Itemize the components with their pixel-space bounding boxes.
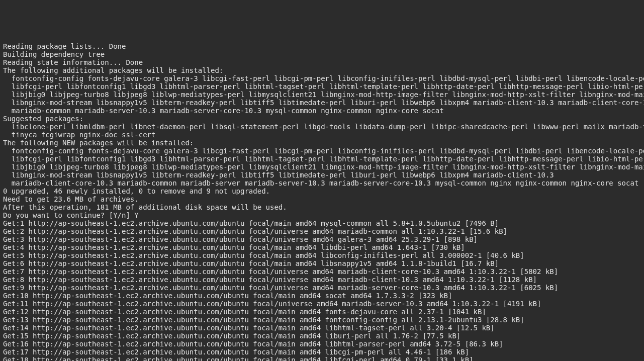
terminal-line: Get:10 http://ap-southeast-1.ec2.archive… xyxy=(3,292,641,300)
terminal-line: fontconfig-config fonts-dejavu-core gale… xyxy=(3,74,641,82)
terminal-line: Get:5 http://ap-southeast-1.ec2.archive.… xyxy=(3,251,641,259)
terminal-line: Get:11 http://ap-southeast-1.ec2.archive… xyxy=(3,300,641,308)
terminal-line: fontconfig-config fonts-dejavu-core gale… xyxy=(3,147,641,155)
terminal-line: libfcgi-perl libfontconfig1 libgd3 libht… xyxy=(3,155,641,163)
terminal-line: mariadb-common mariadb-server-10.3 maria… xyxy=(3,107,641,115)
terminal-line: Get:2 http://ap-southeast-1.ec2.archive.… xyxy=(3,227,641,235)
terminal-line: Get:13 http://ap-southeast-1.ec2.archive… xyxy=(3,316,641,324)
terminal-line: Get:9 http://ap-southeast-1.ec2.archive.… xyxy=(3,284,641,292)
terminal-line: Suggested packages: xyxy=(3,115,641,123)
terminal-line: Get:4 http://ap-southeast-1.ec2.archive.… xyxy=(3,243,641,251)
terminal-line: Get:1 http://ap-southeast-1.ec2.archive.… xyxy=(3,219,641,227)
terminal-line: Reading package lists... Done xyxy=(3,42,641,50)
terminal-line: Do you want to continue? [Y/n] Y xyxy=(3,211,641,219)
terminal-line: libfcgi-perl libfontconfig1 libgd3 libht… xyxy=(3,82,641,91)
terminal-line: Get:12 http://ap-southeast-1.ec2.archive… xyxy=(3,308,641,316)
terminal-line: Get:15 http://ap-southeast-1.ec2.archive… xyxy=(3,332,641,340)
terminal-line: The following NEW packages will be insta… xyxy=(3,139,641,147)
terminal-line: tinyca fcgiwrap nginx-doc ssl-cert xyxy=(3,131,641,139)
terminal-line: libclone-perl libmldbm-perl libnet-daemo… xyxy=(3,123,641,131)
terminal-line: Reading state information... Done xyxy=(3,58,641,66)
terminal-line: 0 upgraded, 46 newly installed, 0 to rem… xyxy=(3,187,641,195)
terminal-line: Get:6 http://ap-southeast-1.ec2.archive.… xyxy=(3,259,641,267)
terminal-line: mariadb-client-core-10.3 mariadb-common … xyxy=(3,179,641,187)
terminal-line: Get:8 http://ap-southeast-1.ec2.archive.… xyxy=(3,276,641,284)
terminal-output[interactable]: Reading package lists... DoneBuilding de… xyxy=(0,40,644,361)
terminal-line: After this operation, 181 MB of addition… xyxy=(3,203,641,211)
terminal-line: libjbig0 libjpeg-turbo8 libjpeg8 liblwp-… xyxy=(3,163,641,171)
terminal-line: libnginx-mod-stream libsnappy1v5 libterm… xyxy=(3,99,641,107)
terminal-line: Get:14 http://ap-southeast-1.ec2.archive… xyxy=(3,324,641,332)
terminal-line: Need to get 23.6 MB of archives. xyxy=(3,195,641,203)
terminal-line: Get:18 http://ap-southeast-1.ec2.archive… xyxy=(3,356,641,361)
terminal-line: The following additional packages will b… xyxy=(3,66,641,74)
terminal-line: Building dependency tree xyxy=(3,50,641,58)
terminal-line: libjbig0 libjpeg-turbo8 libjpeg8 liblwp-… xyxy=(3,91,641,99)
terminal-line: Get:7 http://ap-southeast-1.ec2.archive.… xyxy=(3,267,641,276)
terminal-line: Get:16 http://ap-southeast-1.ec2.archive… xyxy=(3,340,641,348)
terminal-line: Get:3 http://ap-southeast-1.ec2.archive.… xyxy=(3,235,641,243)
terminal-line: libnginx-mod-stream libsnappy1v5 libterm… xyxy=(3,171,641,179)
terminal-line: Get:17 http://ap-southeast-1.ec2.archive… xyxy=(3,348,641,356)
